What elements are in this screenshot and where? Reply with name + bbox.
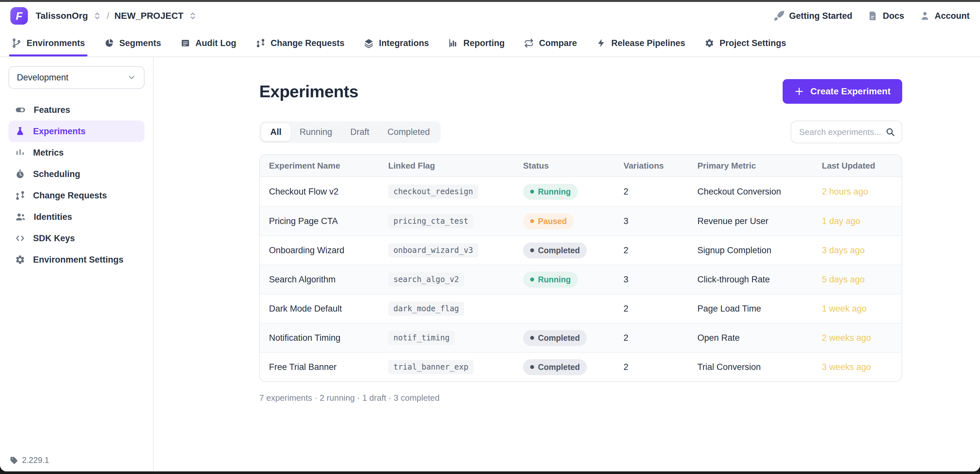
toggle-icon bbox=[15, 104, 26, 115]
sidebar-item-environment-settings[interactable]: Environment Settings bbox=[8, 249, 145, 270]
status-badge: Paused bbox=[523, 213, 574, 229]
gear-icon bbox=[15, 254, 25, 265]
table-row[interactable]: Notification Timing notif_timing Complet… bbox=[260, 323, 902, 352]
search-input[interactable] bbox=[799, 127, 881, 137]
sidebar-item-experiments[interactable]: Experiments bbox=[8, 121, 145, 142]
variations-count: 3 bbox=[614, 275, 688, 285]
flagsmith-logo-icon[interactable]: F bbox=[10, 7, 28, 25]
project-switcher-chevrons-icon[interactable] bbox=[189, 12, 197, 20]
tab-change-requests[interactable]: Change Requests bbox=[256, 30, 345, 56]
tab-segments[interactable]: Segments bbox=[104, 30, 161, 56]
docs-link[interactable]: Docs bbox=[868, 11, 904, 21]
code-icon bbox=[15, 233, 25, 244]
metrics-bars-icon bbox=[15, 147, 25, 158]
project-name[interactable]: NEW_PROJECT bbox=[115, 11, 183, 21]
filter-tab-draft[interactable]: Draft bbox=[341, 123, 379, 141]
stopwatch-icon bbox=[15, 169, 25, 179]
variations-count: 2 bbox=[614, 362, 688, 372]
table-row[interactable]: Pricing Page CTA pricing_cta_test Paused… bbox=[260, 206, 902, 235]
layers-icon bbox=[364, 38, 374, 48]
last-updated: 3 weeks ago bbox=[813, 362, 902, 372]
plus-icon bbox=[794, 86, 804, 96]
org-switcher-chevrons-icon[interactable] bbox=[93, 12, 102, 20]
column-header-linked-flag: Linked Flag bbox=[379, 161, 514, 171]
experiment-name: Onboarding Wizard bbox=[260, 246, 379, 255]
linked-flag: onboard_wizard_v3 bbox=[388, 243, 478, 257]
tab-project-settings[interactable]: Project Settings bbox=[705, 30, 786, 56]
last-updated: 3 days ago bbox=[813, 246, 902, 255]
users-icon bbox=[15, 211, 26, 222]
tab-release-pipelines[interactable]: Release Pipelines bbox=[596, 30, 685, 56]
last-updated: 1 week ago bbox=[813, 304, 902, 314]
getting-started-link[interactable]: Getting Started bbox=[773, 10, 852, 21]
sidebar-item-features[interactable]: Features bbox=[8, 99, 145, 121]
status-badge: Completed bbox=[523, 243, 587, 259]
experiment-name: Checkout Flow v2 bbox=[260, 187, 379, 197]
table-row[interactable]: Checkout Flow v2 checkout_redesign Runni… bbox=[260, 177, 902, 206]
git-branch-icon bbox=[12, 38, 21, 48]
experiment-name: Search Algorithm bbox=[260, 275, 379, 285]
search-box bbox=[791, 121, 902, 143]
page-title: Experiments bbox=[259, 82, 358, 101]
status-dot-icon bbox=[530, 219, 534, 223]
filter-tab-running[interactable]: Running bbox=[291, 123, 342, 141]
primary-metric: Trial Conversion bbox=[688, 362, 813, 372]
linked-flag: search_algo_v2 bbox=[388, 272, 464, 287]
sidebar-item-identities[interactable]: Identities bbox=[8, 206, 145, 228]
sidebar-item-metrics[interactable]: Metrics bbox=[8, 142, 145, 163]
linked-flag: dark_mode_flag bbox=[388, 302, 464, 316]
breadcrumb: F TalissonOrg / NEW_PROJECT bbox=[10, 7, 202, 25]
org-name[interactable]: TalissonOrg bbox=[36, 11, 88, 21]
table-row[interactable]: Onboarding Wizard onboard_wizard_v3 Comp… bbox=[260, 235, 902, 265]
sidebar-item-sdk-keys[interactable]: SDK Keys bbox=[8, 228, 145, 249]
list-icon bbox=[180, 38, 190, 48]
tab-environments[interactable]: Environments bbox=[12, 30, 85, 56]
tab-compare[interactable]: Compare bbox=[524, 30, 577, 56]
filter-tab-completed[interactable]: Completed bbox=[379, 123, 439, 141]
pull-request-icon bbox=[15, 190, 25, 201]
version-badge: 2.229.1 bbox=[10, 455, 49, 465]
linked-flag: trial_banner_exp bbox=[388, 360, 474, 374]
last-updated: 2 weeks ago bbox=[813, 333, 902, 343]
filter-tab-all[interactable]: All bbox=[261, 123, 291, 141]
compare-arrows-icon bbox=[524, 38, 534, 48]
tag-icon bbox=[10, 456, 18, 464]
status-dot-icon bbox=[530, 278, 534, 281]
rocket-icon bbox=[773, 10, 784, 21]
sidebar-item-scheduling[interactable]: Scheduling bbox=[8, 163, 145, 185]
linked-flag: pricing_cta_test bbox=[388, 214, 474, 228]
tab-reporting[interactable]: Reporting bbox=[449, 30, 505, 56]
document-icon bbox=[868, 11, 878, 21]
table-row[interactable]: Free Trial Banner trial_banner_exp Compl… bbox=[260, 352, 902, 381]
primary-metric: Click-through Rate bbox=[688, 275, 813, 285]
tab-integrations[interactable]: Integrations bbox=[364, 30, 429, 56]
topbar-actions: Getting Started Docs Account bbox=[773, 10, 970, 21]
experiment-name: Free Trial Banner bbox=[260, 362, 379, 372]
primary-metric: Revenue per User bbox=[688, 216, 813, 226]
experiment-name: Dark Mode Default bbox=[260, 304, 379, 314]
variations-count: 2 bbox=[614, 187, 688, 197]
create-experiment-button[interactable]: Create Experiment bbox=[783, 79, 902, 104]
gear-icon bbox=[705, 38, 714, 48]
primary-metric: Signup Completion bbox=[688, 246, 813, 255]
table-row[interactable]: Search Algorithm search_algo_v2 Running … bbox=[260, 265, 902, 294]
pie-chart-icon bbox=[104, 38, 114, 48]
app-window: F TalissonOrg / NEW_PROJECT Getting Star… bbox=[0, 2, 980, 471]
environment-selector[interactable]: Development bbox=[8, 66, 145, 89]
window-bottom-edge bbox=[0, 471, 980, 474]
chevron-down-icon bbox=[127, 73, 136, 82]
experiment-name: Notification Timing bbox=[260, 333, 379, 343]
table-body: Checkout Flow v2 checkout_redesign Runni… bbox=[260, 177, 902, 381]
sidebar-item-change-requests[interactable]: Change Requests bbox=[8, 185, 145, 206]
primary-metric: Page Load Time bbox=[688, 304, 813, 314]
column-header-status: Status bbox=[514, 161, 614, 171]
status-badge: Running bbox=[523, 272, 578, 287]
search-icon[interactable] bbox=[885, 127, 895, 137]
status-dot-icon bbox=[530, 336, 534, 340]
bar-chart-icon bbox=[449, 38, 458, 48]
account-link[interactable]: Account bbox=[920, 11, 970, 21]
table-row[interactable]: Dark Mode Default dark_mode_flag 2 Page … bbox=[260, 294, 902, 323]
environment-selector-value: Development bbox=[17, 73, 68, 83]
version-number: 2.229.1 bbox=[22, 455, 49, 465]
tab-audit-log[interactable]: Audit Log bbox=[180, 30, 236, 56]
